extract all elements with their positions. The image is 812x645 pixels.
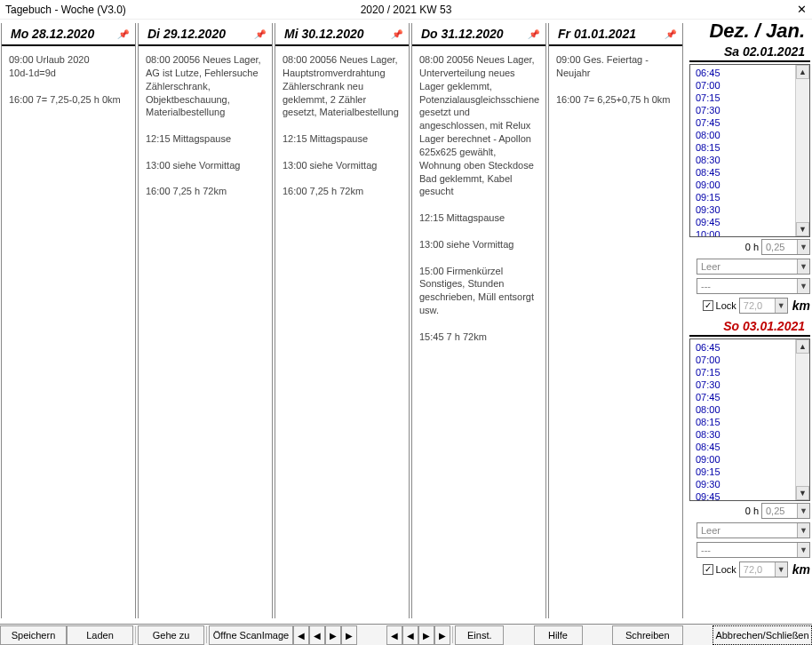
- category-combo[interactable]: Leer▼: [697, 522, 810, 538]
- time-slot[interactable]: 07:30: [696, 378, 795, 391]
- help-button[interactable]: Hilfe: [534, 625, 583, 645]
- time-slot[interactable]: 07:00: [696, 79, 795, 92]
- nav-first-icon[interactable]: ◀: [293, 625, 309, 645]
- time-slot[interactable]: 07:00: [696, 354, 795, 366]
- time-slot[interactable]: 08:00: [696, 129, 795, 141]
- close-icon[interactable]: ✕: [797, 3, 807, 16]
- main-area: Mo 28.12.2020📌 09:00 Urlaub 2020 10d-1d=…: [0, 20, 812, 622]
- km-combo[interactable]: 72,0▼: [739, 561, 788, 577]
- chevron-down-icon: ▼: [797, 523, 809, 538]
- chevron-down-icon: ▼: [775, 562, 787, 577]
- scrollbar[interactable]: ▲ ▼: [795, 65, 809, 236]
- lock-checkbox[interactable]: ✓: [703, 300, 713, 311]
- time-slot[interactable]: 08:45: [696, 441, 795, 453]
- title-bar: Tagebuch - Woche (V3.0) 2020 / 2021 KW 5…: [0, 0, 812, 20]
- day-header: Mi 30.12.2020📌: [275, 23, 409, 46]
- time-slot[interactable]: 08:15: [696, 141, 795, 154]
- time-slot[interactable]: 09:00: [696, 179, 795, 191]
- right-panel: Dez. / Jan. Sa 02.01.2021 06:4507:0007:1…: [684, 20, 812, 622]
- km-unit: km: [792, 299, 810, 313]
- nav-next-icon[interactable]: ▶: [325, 625, 341, 645]
- pin-icon[interactable]: 📌: [665, 29, 677, 42]
- time-slot[interactable]: 07:45: [696, 391, 795, 403]
- extra-combo[interactable]: ---▼: [697, 542, 810, 558]
- scroll-up-icon[interactable]: ▲: [796, 65, 809, 79]
- day-col-tue[interactable]: Di 29.12.2020📌 08:00 20056 Neues Lager, …: [138, 23, 273, 618]
- pin-icon[interactable]: 📌: [117, 29, 130, 42]
- pin-icon[interactable]: 📌: [254, 29, 267, 42]
- day-body[interactable]: 09:00 Ges. Feiertag - Neujahr 16:00 7= 6…: [549, 46, 682, 113]
- week-first-icon[interactable]: ◀: [386, 625, 402, 645]
- title-center: 2020 / 2021 KW 53: [361, 4, 452, 16]
- sun-time-list[interactable]: 06:4507:0007:1507:3007:4508:0008:1508:30…: [689, 338, 810, 501]
- day-header: Mo 28.12.2020📌: [2, 23, 135, 46]
- pin-icon[interactable]: 📌: [391, 29, 403, 42]
- day-body[interactable]: 08:00 20056 Neues Lager, Hauptstromverdr…: [275, 46, 409, 205]
- category-combo[interactable]: Leer▼: [697, 259, 810, 275]
- day-body[interactable]: 08:00 20056 Neues Lager, Unterverteilung…: [412, 46, 545, 351]
- nav-prev-icon[interactable]: ◀: [309, 625, 325, 645]
- time-slot[interactable]: 10:00: [696, 228, 795, 236]
- scanimage-button[interactable]: Öffne ScanImage: [209, 625, 293, 645]
- time-slot[interactable]: 07:45: [696, 116, 795, 129]
- extra-combo[interactable]: ---▼: [697, 278, 810, 294]
- chevron-down-icon: ▼: [797, 259, 809, 274]
- chevron-down-icon: ▼: [797, 543, 809, 557]
- scrollbar[interactable]: ▲ ▼: [795, 339, 809, 500]
- time-slot[interactable]: 09:45: [696, 490, 795, 500]
- time-slot[interactable]: 08:30: [696, 428, 795, 441]
- time-slot[interactable]: 09:30: [696, 203, 795, 216]
- hours-combo[interactable]: 0,25▼: [761, 503, 810, 519]
- time-slot[interactable]: 06:45: [696, 67, 795, 79]
- hours-combo[interactable]: 0,25▼: [761, 239, 810, 255]
- pin-icon[interactable]: 📌: [528, 29, 540, 42]
- time-slot[interactable]: 07:15: [696, 92, 795, 104]
- day-col-fri[interactable]: Fr 01.01.2021📌 09:00 Ges. Feiertag - Neu…: [548, 23, 683, 618]
- sat-header: Sa 02.01.2021: [689, 43, 810, 62]
- day-header: Do 31.12.2020📌: [412, 23, 545, 46]
- time-slot[interactable]: 08:45: [696, 166, 795, 179]
- chevron-down-icon: ▼: [797, 240, 809, 254]
- time-slot[interactable]: 09:15: [696, 191, 795, 203]
- scroll-up-icon[interactable]: ▲: [796, 339, 809, 354]
- chevron-down-icon: ▼: [797, 279, 809, 293]
- load-button[interactable]: Laden: [67, 625, 133, 645]
- day-col-wed[interactable]: Mi 30.12.2020📌 08:00 20056 Neues Lager, …: [275, 23, 410, 618]
- time-slot[interactable]: 09:45: [696, 216, 795, 228]
- week-last-icon[interactable]: ▶: [434, 625, 450, 645]
- chevron-down-icon: ▼: [797, 504, 809, 518]
- app-title: Tagebuch - Woche (V3.0): [5, 4, 126, 16]
- sun-header: So 03.01.2021: [689, 317, 810, 337]
- scroll-down-icon[interactable]: ▼: [796, 486, 809, 500]
- time-slot[interactable]: 08:15: [696, 416, 795, 428]
- save-button[interactable]: Speichern: [0, 625, 67, 645]
- time-slot[interactable]: 07:30: [696, 104, 795, 116]
- bottom-toolbar: Speichern Laden Gehe zu Öffne ScanImage …: [0, 624, 812, 645]
- day-body[interactable]: 08:00 20056 Neues Lager, AG ist Lutze, F…: [139, 46, 272, 205]
- week-next-icon[interactable]: ▶: [418, 625, 434, 645]
- chevron-down-icon: ▼: [775, 299, 787, 313]
- day-header: Di 29.12.2020📌: [139, 23, 272, 46]
- day-col-mon[interactable]: Mo 28.12.2020📌 09:00 Urlaub 2020 10d-1d=…: [1, 23, 136, 618]
- lock-label: Lock: [716, 564, 736, 575]
- time-slot[interactable]: 08:30: [696, 154, 795, 166]
- day-col-thu[interactable]: Do 31.12.2020📌 08:00 20056 Neues Lager, …: [411, 23, 546, 618]
- time-slot[interactable]: 09:15: [696, 466, 795, 478]
- time-slot[interactable]: 07:15: [696, 366, 795, 378]
- time-slot[interactable]: 09:00: [696, 453, 795, 466]
- lock-checkbox[interactable]: ✓: [703, 564, 713, 575]
- time-slot[interactable]: 06:45: [696, 341, 795, 354]
- settings-button[interactable]: Einst.: [455, 625, 504, 645]
- nav-last-icon[interactable]: ▶: [341, 625, 357, 645]
- day-body[interactable]: 09:00 Urlaub 2020 10d-1d=9d 16:00 7= 7,2…: [2, 46, 135, 113]
- sat-time-list[interactable]: 06:4507:0007:1507:3007:4508:0008:1508:30…: [689, 64, 810, 237]
- time-slot[interactable]: 09:30: [696, 478, 795, 490]
- month-title: Dez. / Jan.: [689, 21, 810, 41]
- cancel-close-button[interactable]: Abbrechen/Schließen: [712, 625, 812, 645]
- goto-button[interactable]: Gehe zu: [138, 625, 204, 645]
- km-combo[interactable]: 72,0▼: [739, 298, 788, 314]
- scroll-down-icon[interactable]: ▼: [796, 222, 809, 236]
- write-button[interactable]: Schreiben: [612, 625, 683, 645]
- week-prev-icon[interactable]: ◀: [402, 625, 418, 645]
- time-slot[interactable]: 08:00: [696, 403, 795, 416]
